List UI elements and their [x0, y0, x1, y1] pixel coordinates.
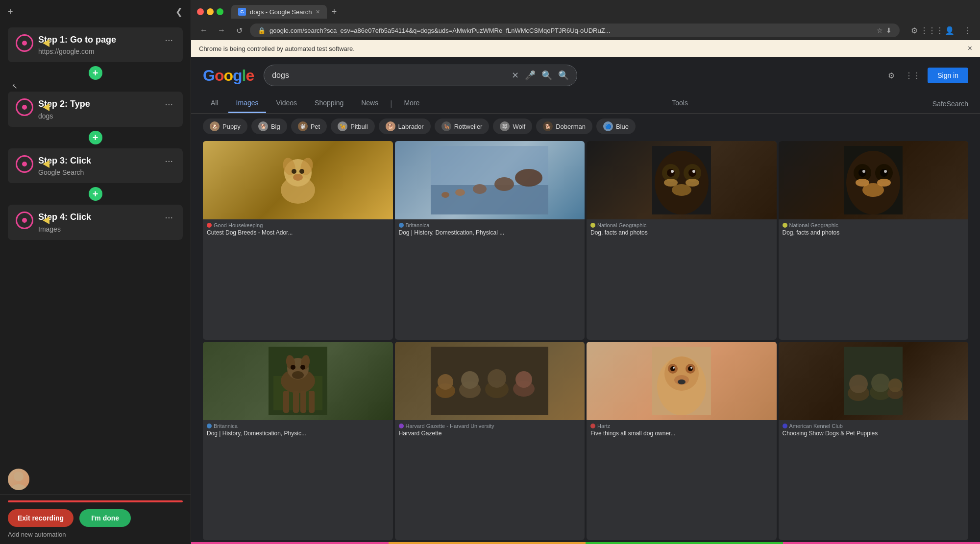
warning-close-button[interactable]: × [968, 44, 972, 53]
add-automation-link[interactable]: Add new automation [8, 531, 183, 538]
tab-tools[interactable]: Tools [664, 94, 696, 113]
step-2-title: Step 2: Type [38, 98, 158, 110]
chip-blue[interactable]: 🔵 Blue [596, 118, 636, 134]
step-1-icon[interactable] [16, 34, 33, 52]
tab-news[interactable]: News [353, 94, 386, 113]
sign-in-button[interactable]: Sign in [928, 68, 968, 83]
step-3-more-button[interactable]: ··· [163, 155, 175, 166]
svg-point-23 [692, 170, 695, 173]
step-3-title: Step 3: Click [38, 155, 158, 166]
image-card-3[interactable]: National Geographic Dog, facts and photo… [779, 141, 969, 340]
step-3-content: Step 3: Click Google Search [38, 155, 158, 176]
google-grid-icon[interactable]: ⋮⋮ [906, 69, 920, 82]
step-1-arrow-indicator [43, 39, 49, 47]
tab-more[interactable]: More [396, 94, 427, 113]
svg-point-53 [438, 374, 453, 390]
step-3-icon[interactable] [16, 155, 33, 173]
image-source-0: Good Housekeeping [207, 222, 389, 228]
svg-point-57 [488, 369, 506, 388]
image-source-7: American Kennel Club [783, 423, 965, 429]
new-tab-button[interactable]: + [329, 7, 340, 17]
chip-doberman[interactable]: 🐕 Doberman [536, 118, 592, 134]
google-header: Google ✕ 🎤 🔍 🔍 ⚙ ⋮⋮ Sign in [191, 57, 980, 94]
voice-search-button[interactable]: 🎤 [525, 70, 536, 81]
source-name-7: American Kennel Club [789, 423, 843, 429]
more-options-icon[interactable]: ⋮ [960, 24, 974, 37]
tab-images[interactable]: Images [228, 94, 267, 113]
image-source-6: Hartz [590, 423, 773, 429]
image-meta-0: Good Housekeeping Cutest Dog Breeds - Mo… [203, 219, 393, 240]
browser-forward-button[interactable]: → [215, 24, 228, 37]
grid-icon[interactable]: ⋮⋮⋮ [925, 24, 939, 37]
chip-wolf[interactable]: 🐺 Wolf [493, 118, 532, 134]
image-card-1[interactable]: Britannica Dog | History, Domestication,… [395, 141, 585, 340]
svg-point-17 [655, 151, 709, 214]
bookmark-icon[interactable]: ☆ [877, 26, 883, 34]
image-card-4[interactable]: Britannica Dog | History, Domestication,… [203, 342, 393, 541]
chip-puppy[interactable]: 🐶 Puppy [203, 118, 247, 134]
svg-rect-49 [300, 391, 306, 413]
add-tab-button[interactable]: + [8, 7, 13, 17]
image-5 [395, 342, 585, 420]
image-source-1: Britannica [399, 222, 581, 228]
step-1-block: Step 1: Go to page https://google.com ··… [8, 27, 183, 62]
address-bar[interactable]: 🔒 google.com/search?sca_esv=a86e07efb5a5… [250, 24, 900, 37]
tab-shopping[interactable]: Shopping [307, 94, 351, 113]
browser-reload-button[interactable]: ↺ [232, 24, 246, 37]
chip-pet[interactable]: 🐩 Pet [291, 118, 327, 134]
step-2-more-button[interactable]: ··· [163, 98, 175, 110]
browser-tab-0[interactable]: G dogs - Google Search × [231, 5, 327, 19]
download-icon[interactable]: ⬇ [886, 26, 892, 34]
chip-rottweiler-label: Rottweiler [454, 123, 483, 130]
image-card-5[interactable]: Harvard Gazette - Harvard University Har… [395, 342, 585, 541]
add-step-after-3-button[interactable]: + [89, 187, 102, 201]
image-meta-3: National Geographic Dog, facts and photo… [779, 219, 969, 240]
image-card-7[interactable]: American Kennel Club Choosing Show Dogs … [779, 342, 969, 541]
collapse-panel-button[interactable]: ❮ [175, 6, 183, 17]
safe-search-label[interactable]: SafeSearch [932, 100, 968, 108]
image-source-5: Harvard Gazette - Harvard University [399, 423, 581, 429]
add-step-after-1-button[interactable]: + [89, 66, 102, 80]
settings-icon[interactable]: ⚙ [907, 24, 921, 37]
chip-big[interactable]: 🐕 Big [251, 118, 287, 134]
bottom-bar: Exit recording I'm done Add new automati… [0, 494, 191, 544]
minimize-window-button[interactable] [207, 8, 214, 15]
image-card-0[interactable]: Good Housekeeping Cutest Dog Breeds - Mo… [203, 141, 393, 340]
chip-rottweiler[interactable]: 🐕‍🦺 Rottweiler [435, 118, 490, 134]
image-card-2[interactable]: National Geographic Dog, facts and photo… [587, 141, 777, 340]
search-bar[interactable]: ✕ 🎤 🔍 🔍 [264, 65, 577, 86]
tab-videos[interactable]: Videos [268, 94, 305, 113]
exit-recording-button[interactable]: Exit recording [8, 509, 74, 527]
image-search-button[interactable]: 🔍 [541, 70, 552, 81]
chip-rottweiler-icon: 🐕‍🦺 [441, 121, 451, 131]
profile-icon[interactable]: 👤 [943, 24, 956, 37]
add-step-after-2-button[interactable]: + [89, 131, 102, 144]
step-4-content: Step 4: Click Images [38, 212, 158, 233]
search-clear-button[interactable]: ✕ [512, 70, 519, 81]
chip-labrador[interactable]: 🐕 Labrador [379, 118, 431, 134]
maximize-window-button[interactable] [217, 8, 223, 15]
browser-back-button[interactable]: ← [197, 24, 211, 37]
step-4-title: Step 4: Click [38, 212, 158, 223]
tab-all[interactable]: All [203, 94, 226, 113]
search-input[interactable] [272, 71, 507, 80]
svg-point-67 [673, 367, 675, 369]
image-title-6: Five things all small dog owner... [590, 430, 773, 438]
image-6 [587, 342, 777, 420]
image-card-6[interactable]: Hartz Five things all small dog owner... [587, 342, 777, 541]
search-submit-button[interactable]: 🔍 [558, 70, 569, 81]
done-button[interactable]: I'm done [79, 509, 131, 527]
chip-pitbull[interactable]: 🦮 Pitbull [331, 118, 374, 134]
step-2-icon[interactable] [16, 98, 33, 116]
step-4-icon[interactable] [16, 212, 33, 229]
image-0 [203, 141, 393, 219]
step-4-more-button[interactable]: ··· [163, 212, 175, 223]
close-window-button[interactable] [197, 8, 204, 15]
tab-close-0[interactable]: × [316, 8, 319, 16]
google-settings-icon[interactable]: ⚙ [884, 69, 898, 82]
step-1-more-button[interactable]: ··· [163, 34, 175, 46]
image-meta-5: Harvard Gazette - Harvard University Har… [395, 420, 585, 441]
source-dot-2 [590, 223, 595, 228]
image-7 [779, 342, 969, 420]
source-name-2: National Geographic [597, 222, 646, 228]
